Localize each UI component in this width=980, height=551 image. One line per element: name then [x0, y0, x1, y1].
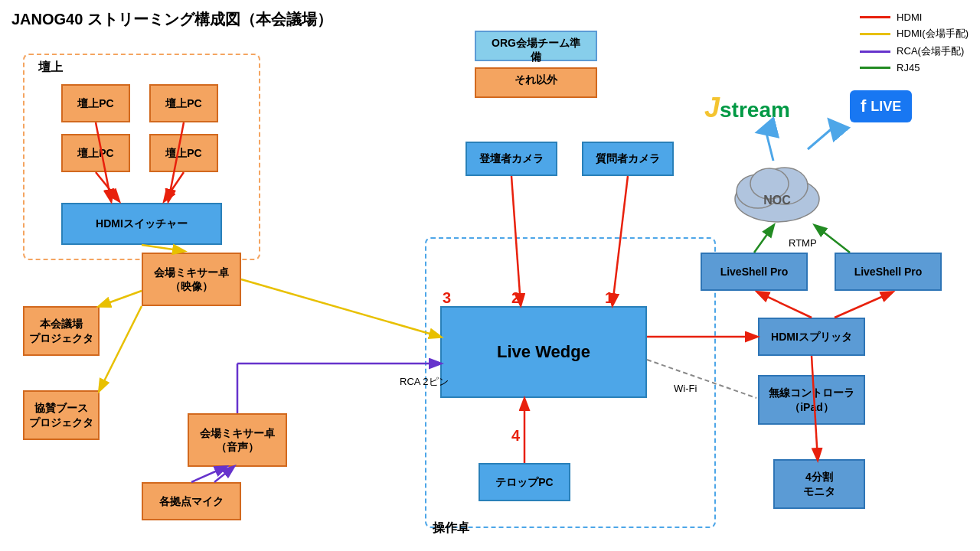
svg-line-28 — [808, 126, 835, 149]
hdmi-venue-line-icon — [860, 33, 890, 35]
venue-mixer-audio-box: 会場ミキサー卓 （音声） — [188, 413, 287, 467]
legend-hdmi-venue-label: HDMI(会場手配) — [897, 27, 969, 41]
sponsor-projector-box: 協賛ブース プロジェクタ — [23, 390, 100, 440]
legend-hdmi-label: HDMI — [897, 11, 922, 23]
svg-line-10 — [100, 291, 142, 306]
svg-line-26 — [815, 226, 850, 253]
svg-line-11 — [100, 306, 142, 390]
rca-label: RCA 2ピン — [400, 375, 449, 389]
svg-text:NOC: NOC — [763, 194, 791, 207]
danjo-pc2-box: 壇上PC — [149, 84, 218, 122]
jstream-j-icon: J — [704, 92, 720, 123]
num2-label: 2 — [511, 289, 520, 307]
noc-cloud: NOC — [727, 149, 827, 226]
wireless-controller-box: 無線コントローラ （iPad） — [758, 375, 865, 425]
main-hall-projector-box: 本会議場 プロジェクタ — [23, 306, 100, 356]
svg-line-16 — [191, 467, 226, 482]
local-mic-box: 各拠点マイク — [142, 482, 241, 520]
cloud-svg: NOC — [727, 149, 827, 226]
legend-rca: RCA(会場手配) — [860, 44, 969, 58]
legend-hdmi: HDMI — [860, 11, 969, 23]
quad-monitor-box: 4分割 モニタ — [773, 459, 865, 509]
telop-pc-box: テロップPC — [479, 463, 570, 501]
hdmi-switcher-box: HDMIスイッチャー — [61, 203, 222, 245]
rj45-line-icon — [860, 67, 890, 69]
hdmi-splitter-box: HDMIスプリッタ — [758, 318, 865, 356]
fb-icon: f — [861, 96, 866, 116]
danjo-pc1-box: 壇上PC — [61, 84, 130, 122]
svg-line-25 — [754, 226, 773, 253]
danjo-pc4-box: 壇上PC — [149, 134, 218, 172]
sore-igai-box: それ以外 — [475, 67, 597, 98]
legend-rca-label: RCA(会場手配) — [897, 44, 964, 58]
sosa-dai-label: 操作卓 — [433, 520, 469, 536]
svg-line-21 — [758, 292, 812, 318]
danjo-label: 壇上 — [38, 60, 63, 76]
legend: HDMI HDMI(会場手配) RCA(会場手配) RJ45 — [860, 11, 969, 77]
svg-line-22 — [835, 292, 892, 318]
shitsuman-camera-box: 質問者カメラ — [582, 142, 674, 176]
jstream-text: stream — [720, 98, 790, 122]
num4-label: 4 — [511, 427, 520, 445]
legend-hdmi-venue: HDMI(会場手配) — [860, 27, 969, 41]
todan-camera-box: 登壇者カメラ — [466, 142, 557, 176]
legend-rj45: RJ45 — [860, 62, 969, 73]
rtmp-label: RTMP — [789, 237, 817, 249]
org-team-box: ORG会場チーム準備 — [475, 31, 597, 61]
num1-label: 1 — [605, 289, 613, 307]
live-wedge-box: Live Wedge — [440, 306, 647, 398]
hdmi-line-icon — [860, 16, 890, 18]
svg-line-17 — [214, 467, 234, 482]
venue-mixer-video-box: 会場ミキサー卓 （映像） — [142, 253, 241, 306]
legend-rj45-label: RJ45 — [897, 62, 920, 73]
liveshell-pro2-box: LiveShell Pro — [835, 253, 942, 291]
danjo-pc3-box: 壇上PC — [61, 134, 130, 172]
num3-label: 3 — [443, 289, 451, 307]
page-title: JANOG40 ストリーミング構成図（本会議場） — [11, 9, 332, 30]
rca-line-icon — [860, 51, 890, 53]
wifi-label: Wi-Fi — [674, 383, 697, 394]
liveshell-pro1-box: LiveShell Pro — [701, 253, 808, 291]
facebook-live-box: f LIVE — [850, 90, 912, 122]
svg-line-12 — [241, 279, 440, 337]
fb-live-label: LIVE — [871, 99, 901, 115]
jstream-logo-area: Jstream — [704, 92, 790, 124]
